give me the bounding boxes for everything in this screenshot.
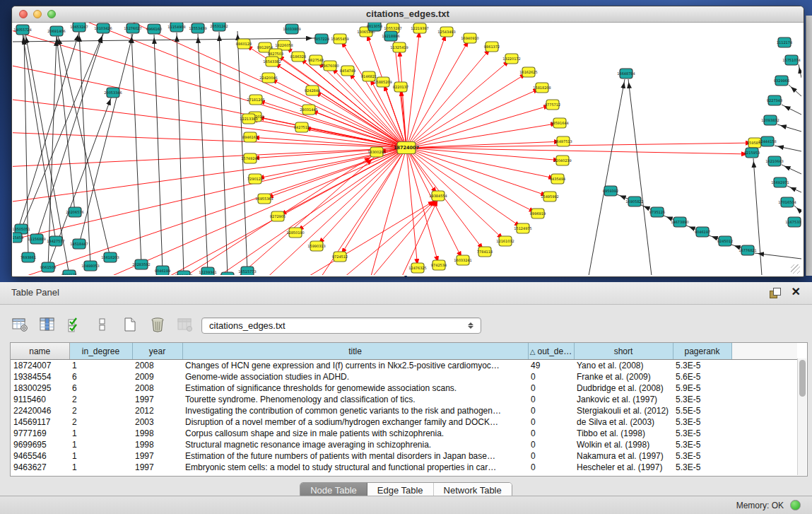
graph-node[interactable]: 12161032 [496, 236, 514, 246]
create-column-icon[interactable] [120, 315, 140, 334]
graph-node[interactable]: 13220172 [502, 54, 520, 64]
graph-node[interactable]: 8813054 [367, 23, 382, 31]
table-options-icon[interactable] [10, 315, 30, 334]
graph-node[interactable]: 15618203 [101, 252, 119, 262]
graph-node[interactable]: 12850190 [286, 228, 304, 238]
scrollbar-thumb[interactable] [799, 360, 806, 397]
table-row[interactable]: 946362711997Embryonic stem cells: a mode… [11, 462, 797, 473]
graph-node[interactable]: 11154908 [167, 23, 185, 32]
graph-node[interactable]: 8220137 [393, 82, 408, 92]
graph-node[interactable]: 9724512 [332, 252, 348, 262]
graph-node[interactable]: 12213383 [240, 114, 257, 124]
graph-node[interactable]: 9329966 [774, 76, 789, 86]
graph-node[interactable]: 15495992 [541, 192, 558, 201]
graph-node[interactable]: 7784118 [477, 247, 493, 257]
graph-node[interactable]: 12476325 [408, 263, 426, 273]
graph-node[interactable]: 12543493 [437, 27, 455, 37]
graph-node[interactable]: 13427577 [47, 236, 64, 246]
graph-node[interactable]: 9061509 [40, 262, 56, 272]
graph-node[interactable]: 15692971 [771, 177, 789, 187]
graph-node[interactable]: 16905822 [625, 197, 643, 206]
graph-node[interactable]: 23676080 [321, 61, 339, 71]
column-header-in_degree[interactable]: in_degree [69, 343, 132, 360]
graph-node[interactable]: 16543382 [263, 57, 281, 66]
select-columns-icon[interactable] [65, 315, 85, 334]
graph-node[interactable]: 16648784 [617, 69, 635, 78]
graph-node[interactable]: 9046197 [695, 227, 710, 237]
graph-node[interactable]: 16955364 [255, 194, 273, 204]
table-row[interactable]: 911546021997Tourette syndrome. Phenomeno… [11, 394, 797, 405]
graph-node[interactable]: 9861372 [484, 42, 500, 52]
citation-network-graph[interactable]: 1872400718300295193845541595853105532871… [13, 23, 801, 275]
network-table-selector[interactable]: citations_edges.txt [201, 317, 481, 334]
graph-node[interactable]: 15749246 [241, 153, 259, 163]
graph-node[interactable]: 16210643 [765, 156, 783, 166]
graph-node[interactable]: 22040239 [553, 156, 571, 165]
graph-node[interactable]: 8454749 [340, 66, 355, 76]
graph-node[interactable]: 12219397 [411, 23, 428, 33]
table-row[interactable]: 1938455462009Genome-wide association stu… [11, 371, 797, 382]
column-header-title[interactable]: title [182, 343, 528, 360]
graph-node[interactable]: 8825036 [220, 272, 235, 275]
graph-node[interactable]: 15955459 [331, 34, 348, 44]
graph-node[interactable]: 6966160 [146, 24, 162, 34]
graph-node[interactable]: 9742534 [431, 260, 447, 270]
graph-node[interactable]: 14055724 [13, 25, 31, 35]
graph-node[interactable]: 12553439 [189, 23, 206, 33]
column-header-name[interactable]: name [11, 343, 69, 360]
table-row[interactable]: 1456911722003Disruption of a novel membe… [11, 416, 797, 428]
graph-node[interactable]: 9046199 [155, 266, 170, 275]
graph-node[interactable]: 12239341 [199, 267, 216, 275]
float-panel-icon[interactable] [770, 288, 781, 298]
column-header-out_de…[interactable]: △out_de… [528, 343, 574, 360]
graph-node[interactable]: 17016504 [778, 197, 796, 207]
graph-node[interactable]: 15818208 [533, 83, 551, 93]
graph-node[interactable]: 28031445 [300, 105, 317, 115]
graph-node[interactable]: 9735126 [649, 207, 665, 217]
table-row[interactable]: 1830029562008Estimation of significance … [11, 382, 797, 394]
close-panel-icon[interactable]: ✕ [792, 286, 801, 298]
graph-node[interactable]: 16162625 [519, 67, 537, 77]
graph-node[interactable]: 15990313 [307, 241, 325, 251]
graph-node[interactable]: 16940910 [461, 33, 478, 43]
graph-node[interactable]: 9272905 [270, 211, 286, 221]
row-tools-icon[interactable] [93, 315, 112, 334]
resize-grip-icon[interactable] [791, 264, 800, 274]
graph-node[interactable]: 11675335 [785, 217, 801, 227]
graph-node[interactable]: 11325419 [390, 42, 408, 52]
graph-node[interactable]: 9435494 [550, 174, 565, 184]
table-row[interactable]: 977716911998Corpus callosum shape and si… [11, 428, 797, 439]
graph-node[interactable]: 14518447 [70, 239, 88, 249]
delete-column-icon[interactable] [148, 315, 167, 334]
graph-node[interactable]: 16033809 [283, 24, 300, 34]
graph-node[interactable]: 10498053 [81, 261, 99, 271]
graph-node[interactable]: 27181205 [247, 95, 264, 105]
hub-node[interactable]: 18724007 [394, 142, 419, 154]
graph-node[interactable]: 15124975 [514, 223, 531, 233]
graph-node[interactable]: 20053346 [104, 88, 122, 98]
graph-node[interactable]: 19384554 [429, 191, 447, 201]
show-columns-icon[interactable] [37, 315, 57, 334]
table-row[interactable]: 2242004622012Investigating the contribut… [11, 405, 797, 416]
graph-node[interactable]: 9245012 [717, 236, 733, 246]
graph-node[interactable]: 8990125 [61, 270, 77, 275]
column-header-year[interactable]: year [132, 343, 182, 360]
graph-node[interactable]: 16497513 [554, 136, 572, 146]
table-row[interactable]: 1872400712008Changes of HCN gene express… [11, 360, 797, 372]
table-row[interactable]: 969969511998Structural magnetic resonanc… [11, 439, 797, 450]
vertical-scrollbar[interactable] [797, 358, 806, 475]
graph-node[interactable]: 12093832 [761, 115, 779, 125]
graph-node[interactable]: 7857224 [314, 34, 329, 44]
graph-node[interactable]: 9775712 [545, 100, 560, 110]
column-header-pagerank[interactable]: pagerank [673, 343, 731, 360]
graph-node[interactable]: 15751074 [782, 55, 800, 65]
graph-node[interactable]: 8427512 [294, 122, 310, 132]
graph-node[interactable]: 18103426 [94, 23, 112, 33]
graph-node[interactable]: 14673890 [671, 217, 688, 227]
graph-node[interactable]: 8186328 [290, 52, 306, 62]
graph-node[interactable]: 8996919 [530, 209, 546, 218]
graph-node[interactable]: 19218886 [382, 31, 399, 41]
graph-node[interactable]: 1112174 [777, 37, 792, 47]
graph-node[interactable]: 8215953 [744, 148, 760, 158]
network-canvas[interactable]: 1872400718300295193845541595853105532871… [13, 23, 801, 275]
